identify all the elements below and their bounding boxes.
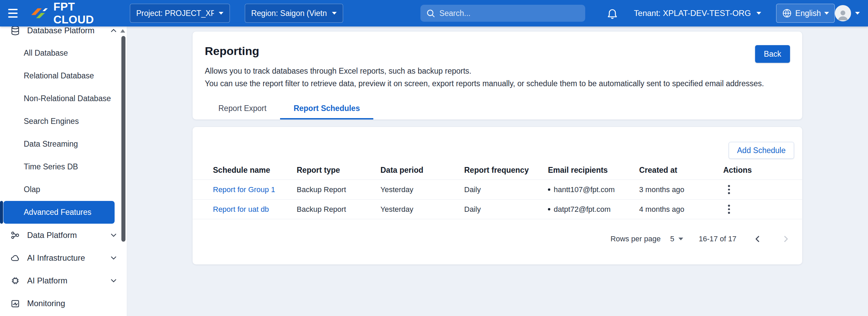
table-row: Report for uat db Backup Report Yesterda… — [193, 200, 802, 219]
sidebar-item-olap[interactable]: Olap — [0, 178, 127, 201]
database-icon — [10, 26, 20, 36]
rows-per-page-label: Rows per page — [610, 235, 660, 243]
region-label: Region: Saigon (Vietn... — [251, 9, 327, 18]
sidebar-item-label: Advanced Features — [24, 208, 91, 217]
project-selector[interactable]: Project: PROJECT_XPL... — [130, 4, 230, 23]
cell-data-period: Yesterday — [380, 185, 464, 194]
back-button[interactable]: Back — [755, 45, 790, 63]
sidebar-item-data-platform[interactable]: Data Platform — [0, 224, 127, 246]
sidebar-item-label: Data Platform — [27, 230, 77, 240]
scrollbar-up-arrow[interactable] — [120, 29, 125, 33]
menu-icon[interactable] — [8, 6, 21, 20]
sidebar-item-data-streaming[interactable]: Data Streaming — [0, 133, 127, 155]
cell-data-period: Yesterday — [380, 205, 464, 214]
tenant-label: Tenant: XPLAT-DEV-TEST-ORG — [634, 8, 751, 18]
fpt-cloud-logo[interactable]: FPT CLOUD — [31, 0, 117, 26]
sidebar-item-all-database[interactable]: All Database — [0, 42, 127, 64]
notifications-bell-icon[interactable] — [606, 7, 618, 19]
language-selector[interactable]: English — [776, 4, 835, 23]
table-row: Report for Group 1 Backup Report Yesterd… — [193, 180, 802, 200]
sidebar-item-monitoring[interactable]: Monitoring — [0, 292, 127, 315]
rows-per-page-select[interactable]: 5 — [670, 235, 683, 243]
fpt-logo-icon — [31, 6, 49, 20]
sidebar-scrollbar-thumb[interactable] — [121, 36, 125, 242]
next-page-button[interactable] — [779, 233, 792, 245]
chevron-down-icon — [678, 238, 683, 240]
previous-page-button[interactable] — [751, 233, 764, 245]
sidebar-item-label: All Database — [24, 49, 68, 58]
chevron-down-icon — [824, 12, 829, 15]
cell-report-frequency: Daily — [464, 205, 548, 214]
schedule-name-link[interactable]: Report for Group 1 — [213, 185, 275, 194]
logo-text: FPT CLOUD — [53, 0, 117, 26]
tab-report-export[interactable]: Report Export — [205, 98, 280, 119]
table-header-row: Schedule name Report type Data period Re… — [193, 161, 802, 180]
avatar — [835, 5, 851, 21]
cell-created-at: 3 months ago — [639, 185, 723, 194]
col-actions: Actions — [723, 166, 802, 175]
chevron-down-icon — [756, 12, 761, 15]
search-input[interactable] — [439, 9, 580, 18]
sidebar-item-label: Olap — [24, 185, 40, 194]
tab-report-schedules[interactable]: Report Schedules — [280, 98, 374, 119]
cell-created-at: 4 months ago — [639, 205, 723, 214]
add-schedule-button[interactable]: Add Schedule — [729, 142, 794, 159]
chevron-down-icon — [109, 276, 118, 285]
monitoring-icon — [10, 298, 20, 309]
sidebar-item-relational-database[interactable]: Relational Database — [0, 64, 127, 87]
sidebar-item-ai-infrastructure[interactable]: AI Infrastructure — [0, 246, 127, 269]
sidebar-item-non-relational-database[interactable]: Non-Relational Database — [0, 87, 127, 110]
chevron-up-icon — [109, 26, 118, 35]
ai-platform-icon — [10, 276, 20, 286]
sidebar-item-label: Non-Relational Database — [24, 94, 111, 103]
col-data-period: Data period — [380, 166, 464, 175]
chevron-down-icon — [219, 12, 223, 15]
global-search[interactable] — [420, 5, 585, 22]
description-line-2: You can use the report filter to retriev… — [205, 77, 764, 90]
row-actions-kebab-icon[interactable] — [725, 202, 733, 217]
region-selector[interactable]: Region: Saigon (Vietn... — [245, 4, 343, 23]
row-actions-kebab-icon[interactable] — [725, 182, 733, 197]
globe-icon — [782, 8, 792, 18]
sidebar-item-search-engines[interactable]: Search Engines — [0, 110, 127, 133]
reporting-header-card: Reporting Back Allows you to track datab… — [193, 32, 802, 119]
description-line-1: Allows you to track databases through Ex… — [205, 65, 764, 77]
col-email-recipients: Email recipients — [548, 166, 639, 175]
bullet-icon — [548, 188, 550, 191]
sidebar-item-label: Database Platform — [27, 26, 95, 35]
col-report-type: Report type — [297, 166, 380, 175]
email-address: datpt72@fpt.com — [554, 205, 611, 214]
language-label: English — [795, 9, 821, 18]
page-title: Reporting — [205, 44, 259, 58]
ai-infrastructure-icon — [10, 253, 20, 263]
tenant-selector[interactable]: Tenant: XPLAT-DEV-TEST-ORG — [634, 8, 761, 18]
bullet-icon — [548, 208, 550, 210]
schedules-table: Schedule name Report type Data period Re… — [193, 161, 802, 219]
cell-email-recipients: datpt72@fpt.com — [548, 205, 639, 214]
sidebar-item-label: AI Platform — [27, 276, 67, 285]
sidebar-item-label: Time Series DB — [24, 162, 78, 171]
col-schedule-name: Schedule name — [213, 166, 297, 175]
chevron-down-icon — [855, 12, 860, 15]
reporting-tabs: Report Export Report Schedules — [205, 98, 373, 119]
topbar: FPT CLOUD Project: PROJECT_XPL... Region… — [0, 0, 868, 26]
col-report-frequency: Report frequency — [464, 166, 548, 175]
rows-per-page-value: 5 — [670, 235, 674, 243]
sidebar-item-database-platform[interactable]: Database Platform — [0, 26, 127, 42]
schedules-card: Add Schedule Schedule name Report type D… — [193, 127, 802, 264]
chevron-down-icon — [109, 254, 118, 262]
sidebar-item-label: Search Engines — [24, 117, 79, 126]
sidebar-item-ai-platform[interactable]: AI Platform — [0, 269, 127, 292]
cell-email-recipients: hantt107@fpt.com — [548, 185, 639, 194]
sidebar-item-time-series-db[interactable]: Time Series DB — [0, 155, 127, 178]
project-label: Project: PROJECT_XPL... — [136, 9, 214, 18]
cell-report-type: Backup Report — [297, 205, 380, 214]
sidebar-item-label: AI Infrastructure — [27, 253, 85, 263]
sidebar-item-advanced-features[interactable]: Advanced Features — [3, 201, 115, 224]
schedule-name-link[interactable]: Report for uat db — [213, 205, 269, 213]
col-created-at: Created at — [639, 166, 723, 175]
search-icon — [426, 8, 435, 18]
data-platform-icon — [10, 230, 20, 240]
user-menu[interactable] — [835, 5, 860, 21]
sidebar-item-label: Monitoring — [27, 299, 65, 308]
